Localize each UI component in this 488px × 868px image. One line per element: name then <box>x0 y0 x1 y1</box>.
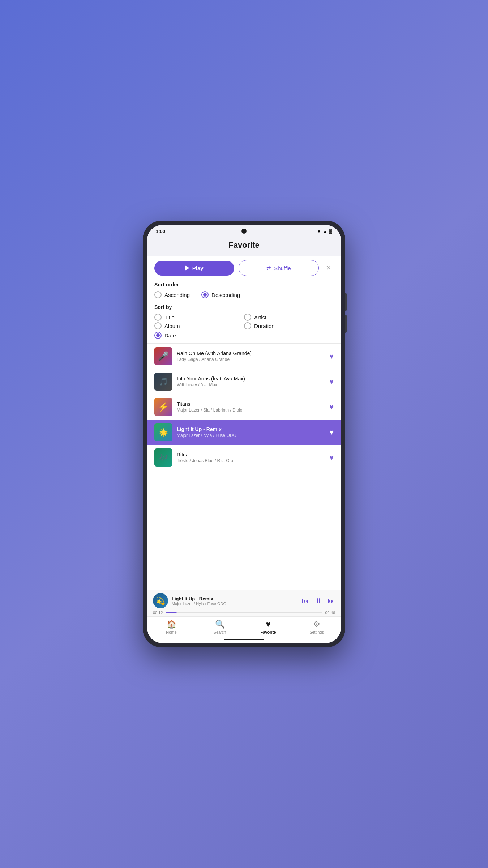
favorite-label: Favorite <box>261 630 276 634</box>
prev-icon: ⏮ <box>302 597 309 605</box>
status-icons: ▼ ▲ ▓ <box>317 229 332 234</box>
settings-icon: ⚙ <box>313 620 320 629</box>
song-info: Ritual Tiësto / Jonas Blue / Rita Ora <box>177 452 325 463</box>
song-info: Light It Up - Remix Major Lazer / Nyla /… <box>177 426 325 438</box>
heart-icon[interactable]: ♥ <box>329 454 334 462</box>
sort-by-date[interactable]: Date <box>154 332 334 339</box>
sort-artist-label: Artist <box>254 314 266 320</box>
song-artist: Witt Lowry / Ava Max <box>177 382 325 387</box>
sort-date-label: Date <box>164 332 176 339</box>
heart-icon[interactable]: ♥ <box>329 352 334 361</box>
sort-descending-radio[interactable] <box>201 291 209 298</box>
sort-by-date-row: Date <box>154 329 334 343</box>
now-playing-info: Light It Up - Remix Major Lazer / Nyla /… <box>153 593 335 608</box>
play-icon <box>185 265 189 271</box>
song-artist: Lady Gaga / Ariana Grande <box>177 357 325 362</box>
shuffle-button-label: Shuffle <box>274 265 291 271</box>
status-time: 1:00 <box>156 229 165 234</box>
signal-icon: ▲ <box>323 229 327 234</box>
heart-icon[interactable]: ♥ <box>329 403 334 411</box>
heart-icon[interactable]: ♥ <box>329 378 334 386</box>
sort-ascending-label: Ascending <box>164 292 190 298</box>
volume-down-button[interactable] <box>345 315 347 333</box>
phone-frame: 1:00 ▼ ▲ ▓ Favorite Play ⇄ <box>143 221 345 647</box>
page-header: Favorite <box>147 235 341 256</box>
song-title: Into Your Arms (feat. Ava Max) <box>177 376 325 382</box>
sort-duration-label: Duration <box>254 323 275 329</box>
nav-item-home[interactable]: 🏠 Home <box>147 620 196 634</box>
bottom-nav: 🏠 Home 🔍 Search ♥ Favorite ⚙ Settings <box>147 616 341 637</box>
sort-order-label: Sort order <box>154 282 334 288</box>
battery-icon: ▓ <box>329 229 332 234</box>
now-playing-controls: ⏮ ⏸ ⏭ <box>302 597 335 605</box>
camera-notch <box>241 229 247 234</box>
nav-item-favorite[interactable]: ♥ Favorite <box>244 620 292 634</box>
song-title: Ritual <box>177 452 325 458</box>
page-title: Favorite <box>154 241 334 250</box>
song-item[interactable]: Ritual Tiësto / Jonas Blue / Rita Ora ♥ <box>147 445 341 470</box>
sort-ascending-radio[interactable] <box>154 291 162 298</box>
play-button-label: Play <box>192 265 204 271</box>
play-button[interactable]: Play <box>154 261 234 276</box>
sort-title-label: Title <box>164 314 175 320</box>
sort-descending-label: Descending <box>211 292 240 298</box>
sort-descending[interactable]: Descending <box>201 291 240 298</box>
heart-icon[interactable]: ♥ <box>329 428 334 437</box>
song-artist: Tiësto / Jonas Blue / Rita Ora <box>177 458 325 463</box>
nav-item-search[interactable]: 🔍 Search <box>196 620 244 634</box>
now-playing-art <box>153 593 168 608</box>
song-list: Rain On Me (with Ariana Grande) Lady Gag… <box>147 344 341 470</box>
next-button[interactable]: ⏭ <box>328 597 335 605</box>
sort-title-radio[interactable] <box>154 314 162 321</box>
song-item-active[interactable]: Light It Up - Remix Major Lazer / Nyla /… <box>147 420 341 445</box>
song-item[interactable]: Into Your Arms (feat. Ava Max) Witt Lowr… <box>147 369 341 394</box>
sort-album-label: Album <box>164 323 180 329</box>
now-playing-text: Light It Up - Remix Major Lazer / Nyla /… <box>172 596 298 606</box>
sort-ascending[interactable]: Ascending <box>154 291 190 298</box>
volume-up-button[interactable] <box>345 293 347 311</box>
song-info: Rain On Me (with Ariana Grande) Lady Gag… <box>177 350 325 362</box>
song-item[interactable]: Rain On Me (with Ariana Grande) Lady Gag… <box>147 344 341 369</box>
shuffle-button[interactable]: ⇄ Shuffle <box>239 260 319 276</box>
song-title: Light It Up - Remix <box>177 426 325 432</box>
sort-by-title[interactable]: Title <box>154 314 244 321</box>
sort-date-radio[interactable] <box>154 332 162 339</box>
progress-bar[interactable] <box>166 612 322 613</box>
home-label: Home <box>166 630 176 634</box>
sort-by-section: Sort by Title Artist Album <box>147 301 341 343</box>
settings-label: Settings <box>309 630 324 634</box>
song-title: Rain On Me (with Ariana Grande) <box>177 350 325 356</box>
wifi-icon: ▼ <box>317 229 321 234</box>
sort-artist-radio[interactable] <box>244 314 251 321</box>
action-row: Play ⇄ Shuffle × <box>147 256 341 280</box>
song-info: Titans Major Lazer / Sia / Labrinth / Di… <box>177 401 325 413</box>
sort-by-artist[interactable]: Artist <box>244 314 334 321</box>
album-art-rain <box>154 347 172 365</box>
close-button[interactable]: × <box>323 262 334 274</box>
prev-button[interactable]: ⏮ <box>302 597 309 605</box>
close-icon: × <box>326 263 331 272</box>
album-art-lightitup <box>154 423 172 441</box>
album-art-titans <box>154 398 172 416</box>
nav-item-settings[interactable]: ⚙ Settings <box>292 620 341 634</box>
progress-row: 00:12 02:46 <box>153 608 335 616</box>
current-time: 00:12 <box>153 610 163 615</box>
album-art-ritual <box>154 448 172 467</box>
song-item[interactable]: Titans Major Lazer / Sia / Labrinth / Di… <box>147 394 341 420</box>
song-info: Into Your Arms (feat. Ava Max) Witt Lowr… <box>177 376 325 387</box>
search-label: Search <box>214 630 226 634</box>
main-content: Favorite Play ⇄ Shuffle × Sort order <box>147 235 341 590</box>
now-playing-artist: Major Lazer / Nyla / Fuse ODG <box>172 601 298 606</box>
sort-by-album[interactable]: Album <box>154 322 244 329</box>
sort-duration-radio[interactable] <box>244 322 251 329</box>
now-playing-title: Light It Up - Remix <box>172 596 298 601</box>
status-bar: 1:00 ▼ ▲ ▓ <box>147 225 341 235</box>
sort-order-section: Sort order Ascending Descending <box>147 280 341 298</box>
pause-button[interactable]: ⏸ <box>315 597 322 605</box>
now-playing-bar: Light It Up - Remix Major Lazer / Nyla /… <box>147 590 341 616</box>
home-icon: 🏠 <box>167 620 176 629</box>
sort-by-duration[interactable]: Duration <box>244 322 334 329</box>
sort-album-radio[interactable] <box>154 322 162 329</box>
favorite-icon: ♥ <box>266 620 270 629</box>
song-title: Titans <box>177 401 325 407</box>
